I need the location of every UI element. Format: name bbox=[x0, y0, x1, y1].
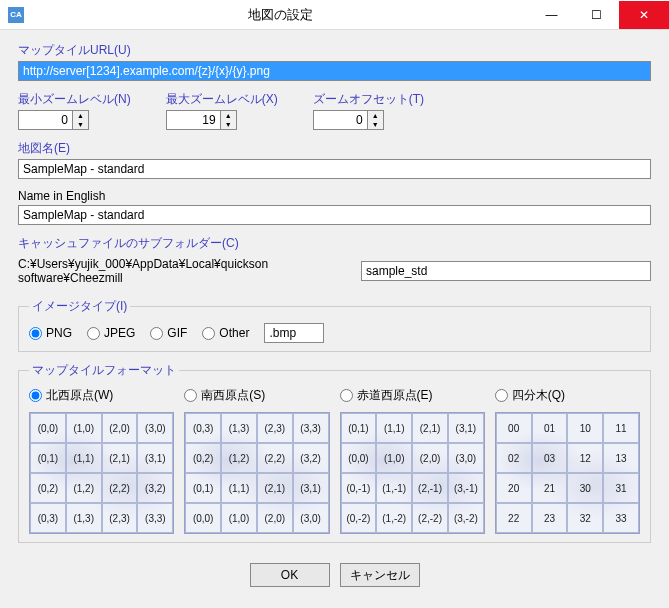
imagetype-legend: イメージタイプ(I) bbox=[29, 298, 130, 315]
app-icon: CA bbox=[8, 7, 24, 23]
grid-cell: 13 bbox=[603, 443, 639, 473]
grid-cell: 20 bbox=[496, 473, 532, 503]
imagetype-fieldset: イメージタイプ(I) PNG JPEG GIF Other bbox=[18, 298, 651, 352]
grid-cell: (2,3) bbox=[102, 503, 138, 533]
radio-jpeg[interactable]: JPEG bbox=[87, 326, 135, 340]
window-title: 地図の設定 bbox=[32, 6, 529, 24]
grid-cell: (1,2) bbox=[221, 443, 257, 473]
mapname-input[interactable] bbox=[18, 159, 651, 179]
grid-cell: (0,0) bbox=[341, 443, 377, 473]
grid-cell: (2,1) bbox=[257, 473, 293, 503]
grid-cell: (0,1) bbox=[341, 413, 377, 443]
grid-cell: (2,1) bbox=[102, 443, 138, 473]
grid-cell: 03 bbox=[532, 443, 568, 473]
grid-cell: (1,3) bbox=[221, 413, 257, 443]
grid-cell: (1,2) bbox=[66, 473, 102, 503]
radio-other[interactable]: Other bbox=[202, 326, 249, 340]
grid-cell: (0,1) bbox=[30, 443, 66, 473]
grid-cell: (1,1) bbox=[376, 413, 412, 443]
radio-png[interactable]: PNG bbox=[29, 326, 72, 340]
cache-label: キャッシュファイルのサブフォルダー(C) bbox=[18, 235, 651, 252]
grid-cell: (0,0) bbox=[30, 413, 66, 443]
minimize-button[interactable]: — bbox=[529, 1, 574, 29]
min-zoom-up[interactable]: ▲ bbox=[73, 111, 88, 120]
radio-nw[interactable]: 北西原点(W) bbox=[29, 387, 174, 404]
radio-gif[interactable]: GIF bbox=[150, 326, 187, 340]
max-zoom-input[interactable] bbox=[166, 110, 221, 130]
grid-cell: (0,1) bbox=[185, 473, 221, 503]
radio-eq[interactable]: 赤道西原点(E) bbox=[340, 387, 485, 404]
grid-nw: (0,0)(1,0)(2,0)(3,0)(0,1)(1,1)(2,1)(3,1)… bbox=[29, 412, 174, 534]
mapname-label: 地図名(E) bbox=[18, 140, 651, 157]
grid-qt: 00011011020312132021303122233233 bbox=[495, 412, 640, 534]
radio-qt[interactable]: 四分木(Q) bbox=[495, 387, 640, 404]
close-button[interactable]: ✕ bbox=[619, 1, 669, 29]
grid-cell: (2,-2) bbox=[412, 503, 448, 533]
grid-cell: (1,1) bbox=[66, 443, 102, 473]
grid-cell: (3,3) bbox=[137, 503, 173, 533]
maximize-button[interactable]: ☐ bbox=[574, 1, 619, 29]
grid-cell: (0,-1) bbox=[341, 473, 377, 503]
cache-input[interactable] bbox=[361, 261, 651, 281]
grid-cell: (1,0) bbox=[221, 503, 257, 533]
cancel-button[interactable]: キャンセル bbox=[340, 563, 420, 587]
min-zoom-down[interactable]: ▼ bbox=[73, 120, 88, 129]
grid-cell: 00 bbox=[496, 413, 532, 443]
max-zoom-down[interactable]: ▼ bbox=[221, 120, 236, 129]
zoom-offset-input[interactable] bbox=[313, 110, 368, 130]
grid-cell: (3,0) bbox=[137, 413, 173, 443]
grid-cell: (2,3) bbox=[257, 413, 293, 443]
grid-cell: 21 bbox=[532, 473, 568, 503]
zoom-offset-down[interactable]: ▼ bbox=[368, 120, 383, 129]
radio-sw[interactable]: 南西原点(S) bbox=[184, 387, 329, 404]
grid-cell: (3,3) bbox=[293, 413, 329, 443]
grid-cell: (2,-1) bbox=[412, 473, 448, 503]
url-label: マップタイルURL(U) bbox=[18, 42, 651, 59]
grid-cell: (2,0) bbox=[102, 413, 138, 443]
zoom-offset-label: ズームオフセット(T) bbox=[313, 91, 424, 108]
grid-cell: (1,1) bbox=[221, 473, 257, 503]
grid-cell: 10 bbox=[567, 413, 603, 443]
grid-cell: (0,0) bbox=[185, 503, 221, 533]
grid-cell: (1,0) bbox=[66, 413, 102, 443]
grid-cell: 12 bbox=[567, 443, 603, 473]
grid-cell: 11 bbox=[603, 413, 639, 443]
grid-cell: (0,3) bbox=[185, 413, 221, 443]
english-input[interactable] bbox=[18, 205, 651, 225]
format-fieldset: マップタイルフォーマット 北西原点(W) (0,0)(1,0)(2,0)(3,0… bbox=[18, 362, 651, 543]
grid-cell: (0,2) bbox=[30, 473, 66, 503]
grid-cell: 01 bbox=[532, 413, 568, 443]
grid-cell: (0,2) bbox=[185, 443, 221, 473]
grid-cell: (1,-2) bbox=[376, 503, 412, 533]
zoom-offset-up[interactable]: ▲ bbox=[368, 111, 383, 120]
ok-button[interactable]: OK bbox=[250, 563, 330, 587]
grid-cell: (3,-1) bbox=[448, 473, 484, 503]
url-input[interactable] bbox=[18, 61, 651, 81]
other-ext-input[interactable] bbox=[264, 323, 324, 343]
grid-cell: (0,3) bbox=[30, 503, 66, 533]
min-zoom-input[interactable] bbox=[18, 110, 73, 130]
grid-cell: 23 bbox=[532, 503, 568, 533]
grid-cell: (3,0) bbox=[293, 503, 329, 533]
grid-cell: (3,1) bbox=[448, 413, 484, 443]
grid-cell: (2,1) bbox=[412, 413, 448, 443]
grid-cell: (2,2) bbox=[102, 473, 138, 503]
grid-eq: (0,1)(1,1)(2,1)(3,1)(0,0)(1,0)(2,0)(3,0)… bbox=[340, 412, 485, 534]
cache-path: C:¥Users¥yujik_000¥AppData¥Local¥quickso… bbox=[18, 254, 356, 288]
grid-cell: (2,0) bbox=[257, 503, 293, 533]
grid-cell: (3,1) bbox=[137, 443, 173, 473]
grid-cell: (3,0) bbox=[448, 443, 484, 473]
grid-cell: 33 bbox=[603, 503, 639, 533]
grid-cell: (3,1) bbox=[293, 473, 329, 503]
grid-sw: (0,3)(1,3)(2,3)(3,3)(0,2)(1,2)(2,2)(3,2)… bbox=[184, 412, 329, 534]
grid-cell: (2,2) bbox=[257, 443, 293, 473]
grid-cell: (2,0) bbox=[412, 443, 448, 473]
grid-cell: (3,2) bbox=[137, 473, 173, 503]
titlebar: CA 地図の設定 — ☐ ✕ bbox=[0, 0, 669, 30]
grid-cell: 31 bbox=[603, 473, 639, 503]
grid-cell: 02 bbox=[496, 443, 532, 473]
grid-cell: (0,-2) bbox=[341, 503, 377, 533]
max-zoom-up[interactable]: ▲ bbox=[221, 111, 236, 120]
grid-cell: (1,0) bbox=[376, 443, 412, 473]
format-legend: マップタイルフォーマット bbox=[29, 362, 179, 379]
